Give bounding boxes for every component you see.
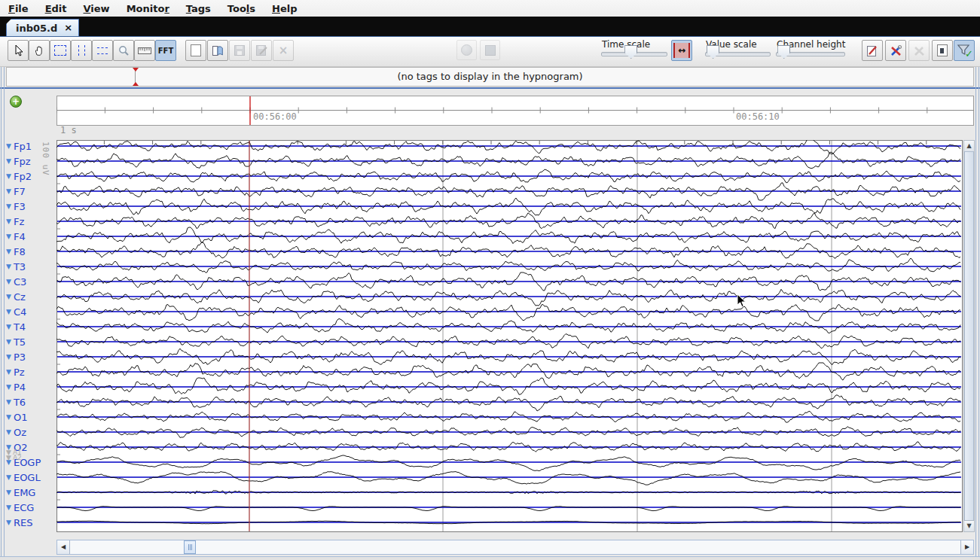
- channel-dropdown-icon[interactable]: ▼: [6, 504, 11, 511]
- scroll-right-button[interactable]: ▶: [960, 540, 973, 554]
- channel-dropdown-icon[interactable]: ▼: [6, 489, 11, 496]
- select-rect-tool-button[interactable]: [50, 40, 71, 61]
- filters-button[interactable]: ✓: [954, 40, 975, 61]
- channel-label-T4[interactable]: ▼T4: [6, 321, 26, 333]
- menu-item-tags[interactable]: Tags: [178, 2, 219, 16]
- scroll-down-button[interactable]: ▼: [964, 520, 974, 531]
- channel-label-Cz[interactable]: ▼Cz: [6, 291, 26, 303]
- time-scale-thumb[interactable]: [624, 45, 637, 59]
- right-splitter[interactable]: [975, 67, 980, 556]
- channel-dropdown-icon[interactable]: ▼: [6, 369, 11, 376]
- eeg-plot[interactable]: [56, 140, 963, 532]
- select-time-tool-button[interactable]: [71, 40, 92, 61]
- channel-label-Pz[interactable]: ▼Pz: [6, 366, 25, 378]
- channel-dropdown-icon[interactable]: ▼: [6, 143, 11, 150]
- channel-dropdown-icon[interactable]: ▼: [6, 188, 11, 195]
- channel-dropdown-icon[interactable]: ▼: [6, 233, 11, 240]
- channel-label-O1[interactable]: ▼O1: [6, 411, 27, 423]
- tab-close-icon[interactable]: ×: [64, 24, 72, 32]
- menu-item-monitor[interactable]: Monitor: [118, 2, 178, 16]
- timeline[interactable]: 00:56:0000:56:10: [56, 96, 974, 126]
- channel-dropdown-icon[interactable]: ▼: [6, 399, 11, 406]
- channel-dropdown-icon[interactable]: ▼: [6, 429, 11, 436]
- channel-label-Fpz[interactable]: ▼Fpz: [6, 155, 30, 167]
- channel-label-Fz[interactable]: ▼Fz: [6, 215, 24, 227]
- channel-label-F4[interactable]: ▼F4: [6, 230, 26, 242]
- channel-label-Fp1[interactable]: ▼Fp1: [6, 140, 32, 152]
- horizontal-scroll-thumb[interactable]: [184, 540, 196, 554]
- channel-dropdown-icon[interactable]: ▼: [6, 324, 11, 330]
- toggle-panel-button[interactable]: [932, 40, 953, 61]
- menu-item-tools[interactable]: Tools: [219, 2, 264, 16]
- scroll-left-button[interactable]: ◀: [57, 540, 70, 554]
- hypnogram-strip[interactable]: (no tags to display in the hypnogram): [6, 67, 974, 87]
- hypnogram-position-marker[interactable]: [132, 68, 139, 86]
- channel-label-P4[interactable]: ▼P4: [6, 381, 26, 393]
- channel-dropdown-icon[interactable]: ▼: [6, 203, 11, 210]
- left-splitter[interactable]: [0, 67, 6, 556]
- preferences-button[interactable]: [885, 40, 906, 61]
- channel-name: RES: [14, 517, 33, 528]
- menu-item-edit[interactable]: Edit: [37, 2, 75, 16]
- channel-dropdown-icon[interactable]: ▼: [6, 263, 11, 270]
- save-button[interactable]: [229, 40, 250, 61]
- channel-height-thumb[interactable]: [777, 45, 790, 59]
- channel-label-ECG[interactable]: ▼ECG: [6, 501, 34, 513]
- scroll-up-button[interactable]: ▲: [964, 141, 974, 152]
- channel-dropdown-icon[interactable]: ▼: [6, 519, 11, 526]
- ruler-tool-button[interactable]: [134, 40, 155, 61]
- channel-dropdown-icon[interactable]: ▼: [6, 278, 11, 285]
- vertical-scrollbar[interactable]: ▲ ▼: [963, 140, 975, 532]
- channel-label-RES[interactable]: ▼RES: [6, 516, 32, 528]
- channel-dropdown-icon[interactable]: ▼: [6, 384, 11, 391]
- menu-item-file[interactable]: File: [0, 2, 37, 16]
- menu-item-help[interactable]: Help: [264, 2, 305, 16]
- channel-label-P3[interactable]: ▼P3: [6, 351, 26, 363]
- open-view-button[interactable]: [207, 40, 228, 61]
- channel-dropdown-icon[interactable]: ▼: [6, 309, 11, 315]
- select-band-tool-button[interactable]: [92, 40, 113, 61]
- channel-label-F3[interactable]: ▼F3: [6, 200, 26, 212]
- vertical-scroll-thumb[interactable]: [964, 151, 974, 521]
- save-as-button[interactable]: [251, 40, 272, 61]
- pan-tool-button[interactable]: [29, 40, 50, 61]
- channel-dropdown-icon[interactable]: ▼: [6, 354, 11, 361]
- channel-dropdown-icon[interactable]: ▼: [6, 414, 11, 421]
- channel-label-EOGL[interactable]: ▼EOGL: [6, 471, 41, 483]
- timeline-ruler[interactable]: [56, 96, 974, 126]
- channel-dropdown-icon[interactable]: ▼: [6, 474, 11, 481]
- channel-label-Oz[interactable]: ▼Oz: [6, 426, 26, 438]
- fit-time-scale-button[interactable]: ↔: [671, 40, 692, 61]
- fft-tool-button[interactable]: FFT: [155, 40, 176, 61]
- channel-label-C4[interactable]: ▼C4: [6, 306, 26, 318]
- channel-label-F8[interactable]: ▼F8: [6, 245, 26, 257]
- channel-label-T3[interactable]: ▼T3: [6, 260, 26, 272]
- close-view-button[interactable]: ×: [273, 40, 294, 61]
- channel-dropdown-icon[interactable]: ▼: [6, 218, 11, 225]
- channel-label-Fp2[interactable]: ▼Fp2: [6, 170, 32, 182]
- new-view-button[interactable]: [185, 40, 206, 61]
- menu-item-view[interactable]: View: [75, 2, 118, 16]
- stop-button[interactable]: [480, 40, 500, 60]
- channel-dropdown-icon[interactable]: ▼: [6, 158, 11, 165]
- horizontal-scrollbar[interactable]: ◀ ▶: [56, 540, 974, 555]
- pointer-tool-button[interactable]: [8, 40, 29, 61]
- channel-dropdown-icon[interactable]: ▼: [6, 248, 11, 255]
- channel-label-T5[interactable]: ▼T5: [6, 336, 26, 348]
- channel-label-C3[interactable]: ▼C3: [6, 275, 26, 288]
- channel-label-F7[interactable]: ▼F7: [6, 185, 26, 197]
- channel-label-T6[interactable]: ▼T6: [6, 396, 26, 408]
- hidden-channel-A2[interactable]: ▼A2: [6, 454, 22, 461]
- preferences-disabled-button[interactable]: [908, 40, 930, 61]
- tab-inb05[interactable]: inb05.d ×: [6, 19, 79, 36]
- record-button[interactable]: [456, 40, 477, 60]
- switch-icon: [937, 44, 948, 56]
- channel-label-EMG[interactable]: ▼EMG: [6, 486, 35, 498]
- edit-montage-button[interactable]: [862, 40, 883, 61]
- channel-dropdown-icon[interactable]: ▼: [6, 294, 11, 300]
- channel-dropdown-icon[interactable]: ▼: [6, 173, 11, 180]
- channel-dropdown-icon[interactable]: ▼: [6, 339, 11, 345]
- add-channel-button[interactable]: +: [10, 96, 22, 108]
- zoom-tool-button[interactable]: [113, 40, 134, 61]
- value-scale-thumb[interactable]: [707, 45, 719, 59]
